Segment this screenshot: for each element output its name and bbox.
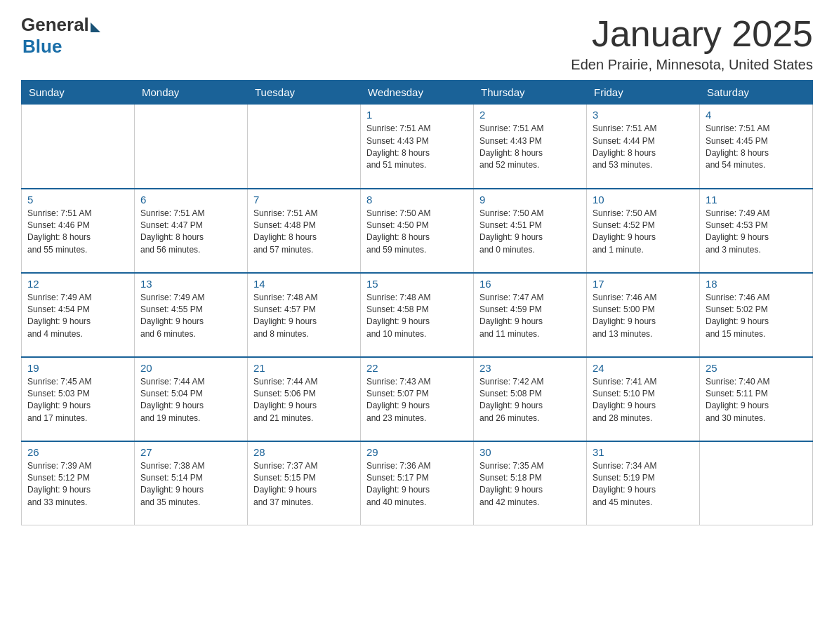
day-info: Sunrise: 7:41 AMSunset: 5:10 PMDaylight:… — [593, 376, 694, 425]
calendar-cell — [135, 105, 248, 189]
day-info: Sunrise: 7:37 AMSunset: 5:15 PMDaylight:… — [253, 460, 355, 509]
day-info: Sunrise: 7:51 AMSunset: 4:44 PMDaylight:… — [593, 123, 694, 172]
day-number: 29 — [366, 446, 468, 458]
day-info: Sunrise: 7:49 AMSunset: 4:55 PMDaylight:… — [140, 292, 241, 341]
day-info: Sunrise: 7:44 AMSunset: 5:04 PMDaylight:… — [140, 376, 241, 425]
calendar-cell — [248, 105, 361, 189]
calendar-cell — [22, 105, 135, 189]
calendar-week-row: 12Sunrise: 7:49 AMSunset: 4:54 PMDayligh… — [22, 273, 813, 357]
calendar-cell: 31Sunrise: 7:34 AMSunset: 5:19 PMDayligh… — [587, 441, 700, 525]
day-number: 16 — [479, 278, 581, 290]
day-info: Sunrise: 7:40 AMSunset: 5:11 PMDaylight:… — [706, 376, 807, 425]
calendar-week-row: 1Sunrise: 7:51 AMSunset: 4:43 PMDaylight… — [22, 105, 813, 189]
day-number: 10 — [593, 194, 694, 206]
month-title: January 2025 — [571, 14, 813, 54]
day-info: Sunrise: 7:43 AMSunset: 5:07 PMDaylight:… — [366, 376, 468, 425]
day-number: 11 — [706, 194, 807, 206]
calendar-header-row: SundayMondayTuesdayWednesdayThursdayFrid… — [22, 81, 813, 105]
calendar-cell: 5Sunrise: 7:51 AMSunset: 4:46 PMDaylight… — [22, 189, 135, 273]
calendar-cell: 29Sunrise: 7:36 AMSunset: 5:17 PMDayligh… — [361, 441, 474, 525]
location-title: Eden Prairie, Minnesota, United States — [571, 57, 813, 73]
day-number: 22 — [366, 362, 468, 374]
calendar-cell: 7Sunrise: 7:51 AMSunset: 4:48 PMDaylight… — [248, 189, 361, 273]
calendar-cell: 4Sunrise: 7:51 AMSunset: 4:45 PMDaylight… — [700, 105, 813, 189]
calendar-cell: 23Sunrise: 7:42 AMSunset: 5:08 PMDayligh… — [474, 357, 587, 441]
calendar-cell: 21Sunrise: 7:44 AMSunset: 5:06 PMDayligh… — [248, 357, 361, 441]
calendar-cell: 10Sunrise: 7:50 AMSunset: 4:52 PMDayligh… — [587, 189, 700, 273]
day-number: 4 — [706, 109, 807, 121]
calendar-header-tuesday: Tuesday — [248, 81, 361, 105]
calendar-header-sunday: Sunday — [22, 81, 135, 105]
day-number: 26 — [27, 446, 128, 458]
page-header: General Blue January 2025 Eden Prairie, … — [21, 14, 813, 73]
day-number: 27 — [140, 446, 241, 458]
day-info: Sunrise: 7:45 AMSunset: 5:03 PMDaylight:… — [27, 376, 128, 425]
day-number: 3 — [593, 109, 694, 121]
calendar-cell: 16Sunrise: 7:47 AMSunset: 4:59 PMDayligh… — [474, 273, 587, 357]
calendar-week-row: 26Sunrise: 7:39 AMSunset: 5:12 PMDayligh… — [22, 441, 813, 525]
calendar-header-thursday: Thursday — [474, 81, 587, 105]
calendar-week-row: 19Sunrise: 7:45 AMSunset: 5:03 PMDayligh… — [22, 357, 813, 441]
day-number: 23 — [479, 362, 581, 374]
day-number: 2 — [479, 109, 581, 121]
calendar-cell: 15Sunrise: 7:48 AMSunset: 4:58 PMDayligh… — [361, 273, 474, 357]
day-number: 5 — [27, 194, 128, 206]
day-info: Sunrise: 7:50 AMSunset: 4:52 PMDaylight:… — [593, 208, 694, 257]
calendar-cell: 1Sunrise: 7:51 AMSunset: 4:43 PMDaylight… — [361, 105, 474, 189]
calendar-cell: 11Sunrise: 7:49 AMSunset: 4:53 PMDayligh… — [700, 189, 813, 273]
day-number: 25 — [706, 362, 807, 374]
calendar-cell: 13Sunrise: 7:49 AMSunset: 4:55 PMDayligh… — [135, 273, 248, 357]
day-info: Sunrise: 7:49 AMSunset: 4:53 PMDaylight:… — [706, 208, 807, 257]
day-info: Sunrise: 7:50 AMSunset: 4:50 PMDaylight:… — [366, 208, 468, 257]
day-info: Sunrise: 7:46 AMSunset: 5:02 PMDaylight:… — [706, 292, 807, 341]
calendar-cell: 20Sunrise: 7:44 AMSunset: 5:04 PMDayligh… — [135, 357, 248, 441]
title-block: January 2025 Eden Prairie, Minnesota, Un… — [571, 14, 813, 73]
day-info: Sunrise: 7:42 AMSunset: 5:08 PMDaylight:… — [479, 376, 581, 425]
day-number: 13 — [140, 278, 241, 290]
calendar-cell: 28Sunrise: 7:37 AMSunset: 5:15 PMDayligh… — [248, 441, 361, 525]
calendar-header-monday: Monday — [135, 81, 248, 105]
day-info: Sunrise: 7:51 AMSunset: 4:48 PMDaylight:… — [253, 208, 355, 257]
logo-blue-text: Blue — [22, 36, 62, 58]
day-info: Sunrise: 7:49 AMSunset: 4:54 PMDaylight:… — [27, 292, 128, 341]
day-info: Sunrise: 7:34 AMSunset: 5:19 PMDaylight:… — [593, 460, 694, 509]
day-info: Sunrise: 7:51 AMSunset: 4:43 PMDaylight:… — [479, 123, 581, 172]
calendar-cell — [700, 441, 813, 525]
day-number: 1 — [366, 109, 468, 121]
calendar-cell: 14Sunrise: 7:48 AMSunset: 4:57 PMDayligh… — [248, 273, 361, 357]
day-number: 18 — [706, 278, 807, 290]
day-info: Sunrise: 7:47 AMSunset: 4:59 PMDaylight:… — [479, 292, 581, 341]
day-info: Sunrise: 7:50 AMSunset: 4:51 PMDaylight:… — [479, 208, 581, 257]
calendar-cell: 18Sunrise: 7:46 AMSunset: 5:02 PMDayligh… — [700, 273, 813, 357]
calendar-header-saturday: Saturday — [700, 81, 813, 105]
day-number: 20 — [140, 362, 241, 374]
day-info: Sunrise: 7:35 AMSunset: 5:18 PMDaylight:… — [479, 460, 581, 509]
calendar-cell: 3Sunrise: 7:51 AMSunset: 4:44 PMDaylight… — [587, 105, 700, 189]
day-number: 6 — [140, 194, 241, 206]
day-info: Sunrise: 7:51 AMSunset: 4:45 PMDaylight:… — [706, 123, 807, 172]
calendar-cell: 17Sunrise: 7:46 AMSunset: 5:00 PMDayligh… — [587, 273, 700, 357]
day-info: Sunrise: 7:51 AMSunset: 4:46 PMDaylight:… — [27, 208, 128, 257]
day-info: Sunrise: 7:48 AMSunset: 4:58 PMDaylight:… — [366, 292, 468, 341]
calendar-cell: 2Sunrise: 7:51 AMSunset: 4:43 PMDaylight… — [474, 105, 587, 189]
day-info: Sunrise: 7:39 AMSunset: 5:12 PMDaylight:… — [27, 460, 128, 509]
day-number: 17 — [593, 278, 694, 290]
calendar-table: SundayMondayTuesdayWednesdayThursdayFrid… — [21, 80, 813, 525]
day-info: Sunrise: 7:51 AMSunset: 4:47 PMDaylight:… — [140, 208, 241, 257]
logo-arrow-icon — [91, 22, 100, 32]
calendar-cell: 22Sunrise: 7:43 AMSunset: 5:07 PMDayligh… — [361, 357, 474, 441]
day-info: Sunrise: 7:44 AMSunset: 5:06 PMDaylight:… — [253, 376, 355, 425]
day-number: 15 — [366, 278, 468, 290]
calendar-cell: 19Sunrise: 7:45 AMSunset: 5:03 PMDayligh… — [22, 357, 135, 441]
calendar-header-wednesday: Wednesday — [361, 81, 474, 105]
day-number: 12 — [27, 278, 128, 290]
day-number: 7 — [253, 194, 355, 206]
calendar-cell: 27Sunrise: 7:38 AMSunset: 5:14 PMDayligh… — [135, 441, 248, 525]
calendar-cell: 9Sunrise: 7:50 AMSunset: 4:51 PMDaylight… — [474, 189, 587, 273]
day-number: 19 — [27, 362, 128, 374]
day-number: 9 — [479, 194, 581, 206]
calendar-cell: 6Sunrise: 7:51 AMSunset: 4:47 PMDaylight… — [135, 189, 248, 273]
calendar-cell: 24Sunrise: 7:41 AMSunset: 5:10 PMDayligh… — [587, 357, 700, 441]
day-number: 24 — [593, 362, 694, 374]
day-number: 14 — [253, 278, 355, 290]
